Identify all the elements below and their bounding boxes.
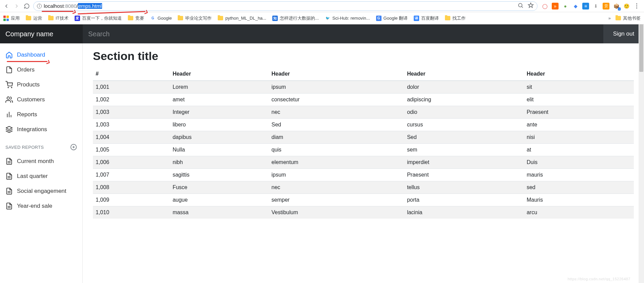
bookmark-item[interactable]: GGoogle — [150, 16, 172, 21]
file-text-icon — [5, 187, 13, 195]
bookmark-item[interactable]: 应用 — [3, 15, 20, 21]
scrollbar[interactable] — [639, 24, 644, 283]
favicon-icon: G — [376, 16, 382, 21]
table-cell: nec — [269, 106, 405, 119]
bookmark-item[interactable]: 度百度一下，你就知道 — [75, 15, 122, 21]
plus-circle-icon[interactable] — [70, 144, 77, 150]
bookmark-label: 找工作 — [452, 15, 466, 21]
bookmark-label: 百度翻译 — [421, 15, 439, 21]
table-cell: 1,008 — [93, 181, 170, 194]
bookmark-label: Sci-Hub: removin... — [332, 16, 370, 21]
profile-avatar-icon[interactable]: 🙂 — [623, 3, 630, 9]
sidebar-item-label: Reports — [17, 111, 37, 118]
ext-icon[interactable]: ≡ — [582, 3, 589, 9]
bookmark-item[interactable]: 找工作 — [445, 15, 466, 21]
file-text-icon — [5, 173, 13, 180]
bookmark-item[interactable]: GGoogle 翻译 — [376, 15, 408, 21]
sidebar-item-integrations[interactable]: Integrations — [0, 122, 82, 137]
table-cell: tellus — [404, 181, 524, 194]
sidebar-saved-current-month[interactable]: Current month — [0, 154, 82, 169]
zoom-icon[interactable] — [518, 2, 524, 9]
bookmark-item[interactable]: 知怎样进行大数据的... — [272, 15, 319, 21]
table-cell: augue — [170, 194, 269, 206]
sidebar-item-orders[interactable]: Orders — [0, 62, 82, 77]
bookmark-label: 应用 — [11, 15, 20, 21]
sidebar-item-dashboard[interactable]: Dashboard — [0, 47, 82, 62]
sidebar-item-label: Social engagement — [17, 188, 66, 195]
table-cell: sit — [524, 81, 634, 94]
back-button[interactable] — [3, 2, 10, 10]
bookmark-item[interactable]: 译百度翻译 — [414, 15, 439, 21]
ext-icon[interactable]: ◆ — [572, 3, 579, 9]
bookmark-star-icon[interactable] — [528, 2, 534, 9]
bookmark-item[interactable]: 运营 — [26, 15, 42, 21]
site-info-icon[interactable]: i — [37, 4, 42, 8]
table-cell: amet — [170, 94, 269, 106]
sidebar-item-reports[interactable]: Reports — [0, 107, 82, 122]
ext-icon[interactable]: 📦1 — [613, 3, 620, 9]
bookmark-item[interactable]: 🐦Sci-Hub: removin... — [325, 16, 370, 21]
ext-icon[interactable]: 货 — [603, 3, 609, 9]
table-cell: nisi — [524, 131, 634, 144]
address-bar[interactable]: i localhost:8080/emps.html — [33, 1, 538, 11]
reload-button[interactable] — [23, 2, 31, 10]
watermark: https://blog.csdn.net/qq_15226487 — [568, 277, 630, 281]
table-cell: adipiscing — [404, 94, 524, 106]
sidebar-heading-saved-reports: SAVED REPORTS — [0, 140, 82, 154]
search-input[interactable] — [83, 24, 603, 43]
sidebar-item-products[interactable]: Products — [0, 77, 82, 92]
ext-icon[interactable]: ◯ — [542, 3, 548, 9]
bookmark-overflow[interactable]: » — [608, 16, 611, 21]
table-cell: sed — [524, 181, 634, 194]
brand[interactable]: Company name — [0, 24, 83, 43]
url-text: localhost:8080/emps.html — [44, 3, 102, 9]
sidebar-item-label: Orders — [17, 66, 35, 73]
sidebar-item-customers[interactable]: Customers — [0, 92, 82, 107]
bookmark-bar: 应用运营IT技术度百度一下，你就知道竞赛GGoogle毕业论文写作python_… — [0, 12, 644, 24]
sidebar-saved-last-quarter[interactable]: Last quarter — [0, 169, 82, 184]
favicon-icon: 🐦 — [325, 16, 330, 21]
apps-icon — [3, 16, 9, 21]
table-row: 1,003IntegernecodioPraesent — [93, 106, 634, 119]
table-cell: Fusce — [170, 181, 269, 194]
table-row: 1,008Fuscenectellussed — [93, 181, 634, 194]
table-row: 1,005Nullaquissemat — [93, 144, 634, 156]
extension-icons: ◯ » ● ◆ ≡ ⬇ 货 📦1 🙂 — [540, 3, 641, 9]
table-header: Header — [170, 67, 269, 81]
forward-button[interactable] — [13, 2, 20, 10]
other-bookmarks[interactable]: 其他书签 — [616, 15, 641, 21]
signout-button[interactable]: Sign out — [603, 24, 644, 43]
table-cell: elementum — [269, 156, 405, 169]
table-cell: Vestibulum — [269, 206, 405, 219]
bar-chart-icon — [5, 111, 13, 118]
sidebar-saved-year-end-sale[interactable]: Year-end sale — [0, 199, 82, 214]
bookmark-item[interactable]: IT技术 — [48, 15, 69, 21]
section-title: Section title — [93, 49, 634, 63]
scrollbar-thumb[interactable] — [639, 24, 643, 72]
bookmark-item[interactable]: 竞赛 — [128, 15, 144, 21]
browser-menu-button[interactable] — [633, 3, 640, 8]
ext-icon[interactable]: ⬇ — [592, 3, 599, 9]
sidebar-saved-social-engagement[interactable]: Social engagement — [0, 184, 82, 199]
ext-icon[interactable]: ● — [562, 3, 569, 9]
table-row: 1,007sagittisipsumPraesentmauris — [93, 169, 634, 181]
table-cell: nec — [269, 181, 405, 194]
ext-icon[interactable]: » — [552, 3, 559, 9]
table-cell: at — [524, 144, 634, 156]
sidebar-item-label: Integrations — [17, 126, 47, 133]
favicon-icon: 译 — [414, 16, 419, 21]
file-text-icon — [5, 158, 13, 165]
table-cell: quis — [269, 144, 405, 156]
table-cell: Integer — [170, 106, 269, 119]
bookmark-item[interactable]: 毕业论文写作 — [178, 15, 212, 21]
folder-icon — [178, 16, 183, 20]
table-cell: Sed — [404, 131, 524, 144]
folder-icon — [218, 16, 223, 20]
table-cell: 1,003 — [93, 106, 170, 119]
bookmark-item[interactable]: python_ML_DL_ha... — [218, 16, 266, 21]
bookmark-label: 竞赛 — [135, 15, 144, 21]
table-cell: ipsum — [269, 169, 405, 181]
table-cell: ipsum — [269, 81, 405, 94]
table-cell: 1,001 — [93, 81, 170, 94]
table-cell: Mauris — [524, 194, 634, 206]
